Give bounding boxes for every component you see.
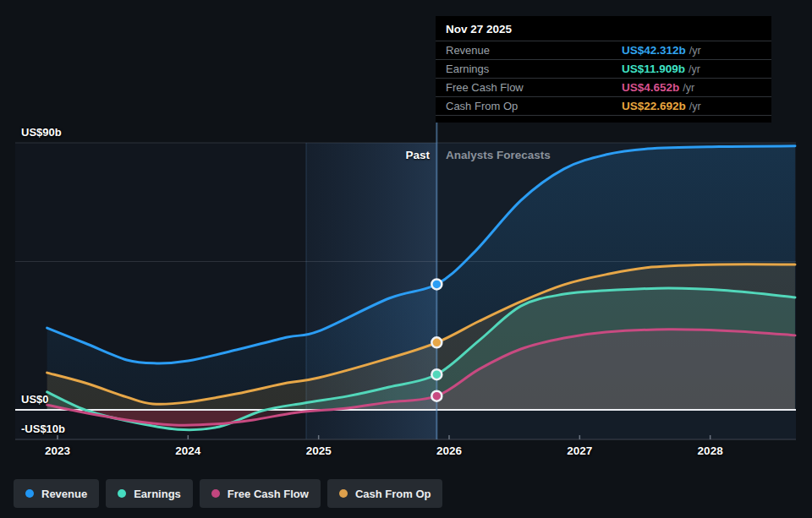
tooltip-row-suffix: /yr: [689, 101, 701, 112]
chart-tooltip: Nov 27 2025 RevenueUS$42.312b/yrEarnings…: [436, 16, 771, 123]
cashop-marker: [431, 337, 442, 347]
tooltip-row-value: US$4.652b: [622, 81, 679, 94]
revenue-marker: [431, 279, 442, 289]
earnings-legend-dot-icon: [118, 489, 126, 498]
x-axis-label: 2023: [28, 444, 87, 457]
legend-item-cashop[interactable]: Cash From Op: [327, 479, 443, 508]
tooltip-row-label: Revenue: [446, 44, 622, 57]
revenue-legend-dot-icon: [25, 489, 34, 498]
tooltip-rows: RevenueUS$42.312b/yrEarningsUS$11.909b/y…: [436, 41, 771, 116]
tooltip-row-cashop: Cash From OpUS$22.692b/yr: [436, 96, 771, 115]
fcf-legend-dot-icon: [211, 489, 220, 498]
legend-item-label: Earnings: [134, 488, 181, 500]
x-axis-label: 2026: [420, 444, 479, 457]
tooltip-row-suffix: /yr: [689, 45, 701, 57]
legend-item-label: Revenue: [41, 488, 87, 500]
tooltip-row-value: US$22.692b: [622, 100, 686, 112]
legend-item-label: Cash From Op: [355, 488, 431, 500]
forecast-section-label: Analysts Forecasts: [446, 149, 551, 161]
tooltip-row-value: US$42.312b: [622, 44, 686, 57]
tooltip-row-earnings: EarningsUS$11.909b/yr: [436, 59, 771, 78]
cashop-legend-dot-icon: [339, 489, 348, 498]
tooltip-row-label: Free Cash Flow: [446, 81, 622, 94]
tooltip-row-value: US$11.909b: [622, 63, 685, 75]
chart-legend: RevenueEarningsFree Cash FlowCash From O…: [14, 479, 442, 508]
tooltip-row-fcf: Free Cash FlowUS$4.652b/yr: [436, 78, 771, 96]
x-axis-label: 2027: [550, 444, 609, 457]
tooltip-row-suffix: /yr: [683, 82, 694, 94]
y-axis-label: US$90b: [21, 126, 62, 139]
tooltip-row-label: Cash From Op: [446, 100, 622, 112]
x-axis-label: 2028: [681, 444, 740, 457]
x-axis-label: 2025: [289, 444, 348, 457]
y-axis-label: -US$10b: [21, 423, 65, 435]
y-axis-label: US$0: [21, 393, 49, 406]
past-section-label: Past: [405, 149, 430, 161]
stock-financials-forecast-panel: US$90bUS$0-US$10b 2023202420252026202720…: [0, 0, 812, 518]
fcf-marker: [431, 391, 442, 401]
legend-item-fcf[interactable]: Free Cash Flow: [200, 479, 321, 508]
legend-item-revenue[interactable]: Revenue: [14, 479, 99, 508]
legend-item-label: Free Cash Flow: [228, 488, 309, 500]
tooltip-row-suffix: /yr: [689, 63, 700, 75]
earnings-marker: [431, 369, 442, 379]
tooltip-row-revenue: RevenueUS$42.312b/yr: [436, 41, 771, 59]
tooltip-row-label: Earnings: [446, 63, 622, 75]
tooltip-date: Nov 27 2025: [436, 16, 771, 41]
x-axis-label: 2024: [158, 444, 217, 457]
legend-item-earnings[interactable]: Earnings: [106, 479, 193, 508]
